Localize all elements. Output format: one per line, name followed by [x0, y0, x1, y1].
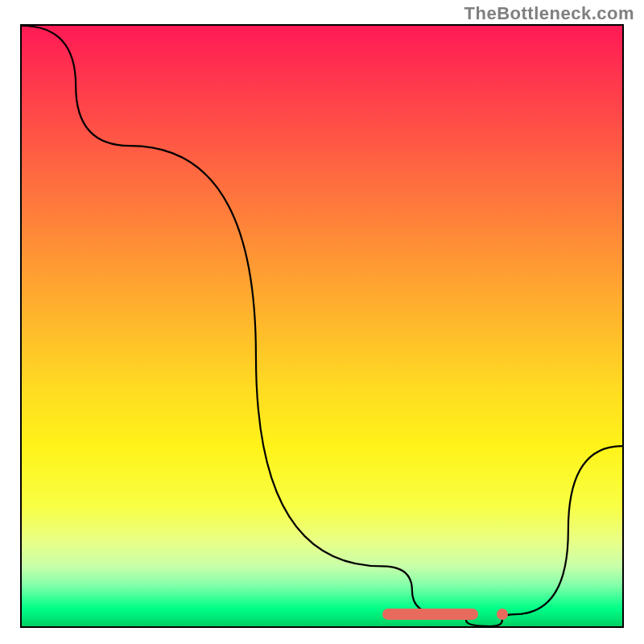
optimal-point-marker	[497, 609, 508, 620]
bottleneck-curve	[22, 26, 622, 626]
watermark-text: TheBottleneck.com	[464, 3, 634, 24]
chart-plot-area	[20, 24, 624, 628]
optimal-range-marker	[382, 609, 478, 620]
